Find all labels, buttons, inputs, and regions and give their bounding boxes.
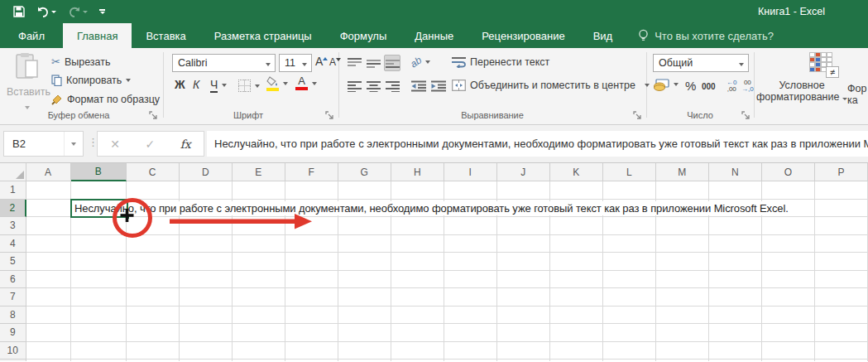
- cell-H1[interactable]: [391, 181, 444, 200]
- cell-M3[interactable]: [656, 217, 709, 235]
- bold-button[interactable]: Ж: [175, 78, 185, 91]
- cell-M6[interactable]: [656, 271, 709, 289]
- cell-C4[interactable]: [127, 235, 180, 253]
- shrink-font-button[interactable]: А: [329, 56, 341, 68]
- cell-P8[interactable]: [815, 306, 868, 325]
- orientation-dropdown-icon[interactable]: [425, 60, 430, 64]
- cell-A11[interactable]: [26, 360, 71, 361]
- cell-K4[interactable]: [550, 235, 603, 253]
- cell-D8[interactable]: [180, 306, 233, 325]
- fill-handle[interactable]: [126, 215, 130, 220]
- cell-K3[interactable]: [550, 217, 603, 235]
- cell-K6[interactable]: [550, 271, 603, 289]
- align-middle-button[interactable]: [365, 55, 381, 71]
- cell-E8[interactable]: [233, 306, 285, 325]
- cell-G11[interactable]: [338, 360, 391, 361]
- cell-C10[interactable]: [127, 342, 180, 360]
- cell-I7[interactable]: [444, 288, 497, 306]
- comma-style-button[interactable]: 000: [702, 82, 716, 91]
- cell-N10[interactable]: [709, 342, 762, 360]
- cell-N7[interactable]: [709, 288, 762, 306]
- cell-F11[interactable]: [285, 360, 338, 361]
- grow-font-button[interactable]: А: [315, 55, 328, 68]
- cell-H7[interactable]: [391, 288, 444, 306]
- row-header-9[interactable]: 9: [0, 324, 26, 342]
- cell-F5[interactable]: [285, 253, 338, 271]
- tab-review[interactable]: Рецензирование: [468, 23, 578, 48]
- accounting-dropdown-icon[interactable]: [674, 83, 679, 86]
- cell-C6[interactable]: [127, 271, 180, 289]
- cell-F9[interactable]: [285, 324, 338, 342]
- cell-G10[interactable]: [338, 342, 391, 360]
- orientation-button[interactable]: ab: [410, 56, 430, 68]
- column-header-O[interactable]: O: [762, 163, 815, 181]
- cell-D6[interactable]: [180, 271, 233, 289]
- cell-L5[interactable]: [603, 253, 656, 271]
- column-header-P[interactable]: P: [815, 163, 868, 181]
- copy-dropdown-icon[interactable]: [126, 79, 131, 82]
- cell-L3[interactable]: [603, 217, 656, 235]
- cell-H5[interactable]: [391, 253, 444, 271]
- cell-E10[interactable]: [233, 342, 285, 360]
- cell-P3[interactable]: [815, 217, 868, 235]
- cell-E3[interactable]: [233, 217, 285, 235]
- select-all-button[interactable]: [0, 163, 26, 181]
- cell-B1[interactable]: [71, 181, 127, 200]
- conditional-formatting-button[interactable]: ≠ Условное форматирование: [790, 52, 851, 103]
- undo-button[interactable]: [36, 7, 56, 17]
- cell-D9[interactable]: [180, 324, 233, 342]
- cell-L4[interactable]: [603, 235, 656, 253]
- number-format-combo[interactable]: Общий: [653, 54, 749, 72]
- cell-D1[interactable]: [180, 181, 233, 200]
- cell-K8[interactable]: [550, 306, 603, 325]
- row-header-2[interactable]: 2: [0, 200, 26, 218]
- cell-F1[interactable]: [285, 181, 338, 200]
- accounting-format-button[interactable]: [653, 78, 679, 91]
- cell-A4[interactable]: [26, 235, 71, 253]
- cell-D4[interactable]: [180, 235, 233, 253]
- cell-D7[interactable]: [180, 288, 233, 306]
- row-header-11[interactable]: 11: [0, 360, 26, 361]
- cell-I10[interactable]: [444, 342, 497, 360]
- cell-I8[interactable]: [444, 306, 497, 325]
- cell-P1[interactable]: [815, 181, 868, 200]
- cell-J6[interactable]: [497, 271, 550, 289]
- borders-dropdown-icon[interactable]: [255, 84, 260, 88]
- cell-G4[interactable]: [338, 235, 391, 253]
- cell-O9[interactable]: [762, 324, 815, 342]
- name-box[interactable]: B2: [3, 131, 84, 157]
- cell-N4[interactable]: [709, 235, 762, 253]
- save-icon[interactable]: [13, 6, 25, 17]
- cell-H3[interactable]: [391, 217, 444, 235]
- cell-O10[interactable]: [762, 342, 815, 360]
- cell-P10[interactable]: [815, 342, 868, 360]
- cell-N9[interactable]: [709, 324, 762, 342]
- font-name-combo[interactable]: Calibri: [172, 54, 276, 72]
- cell-B11[interactable]: [71, 360, 127, 361]
- row-header-3[interactable]: 3: [0, 217, 26, 235]
- column-header-K[interactable]: K: [550, 163, 603, 181]
- cell-N5[interactable]: [709, 253, 762, 271]
- tab-formulas[interactable]: Формулы: [326, 23, 401, 48]
- cell-D10[interactable]: [180, 342, 233, 360]
- column-header-C[interactable]: C: [127, 163, 180, 181]
- font-color-dropdown-icon[interactable]: [312, 82, 317, 85]
- cell-B3[interactable]: [71, 217, 127, 235]
- cell-N1[interactable]: [709, 181, 762, 200]
- cell-P9[interactable]: [815, 324, 868, 342]
- cell-A7[interactable]: [26, 288, 71, 306]
- tab-insert[interactable]: Вставка: [132, 23, 199, 48]
- name-box-dropdown-icon[interactable]: [71, 142, 76, 146]
- cell-L8[interactable]: [603, 306, 656, 325]
- tab-home[interactable]: Главная: [63, 23, 132, 48]
- cell-K5[interactable]: [550, 253, 603, 271]
- cell-I5[interactable]: [444, 253, 497, 271]
- cell-F7[interactable]: [285, 288, 338, 306]
- merge-dropdown-icon[interactable]: [645, 84, 650, 87]
- cell-A8[interactable]: [26, 306, 71, 325]
- wrap-text-button[interactable]: Перенести текст: [452, 56, 549, 68]
- align-right-button[interactable]: [384, 78, 400, 94]
- cell-P4[interactable]: [815, 235, 868, 253]
- cell-A2[interactable]: [26, 200, 71, 218]
- cell-O7[interactable]: [762, 288, 815, 306]
